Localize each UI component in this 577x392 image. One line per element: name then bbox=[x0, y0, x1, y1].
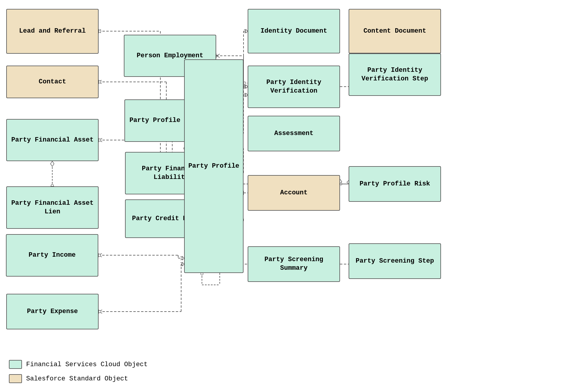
svg-line-14 bbox=[99, 31, 101, 33]
svg-line-50 bbox=[98, 253, 102, 255]
node-party-profile-risk: Party Profile Risk bbox=[349, 166, 441, 202]
node-account: Account bbox=[248, 175, 340, 211]
node-party-identity-verification-step: Party Identity Verification Step bbox=[349, 53, 441, 96]
svg-line-35 bbox=[99, 138, 102, 140]
svg-point-157 bbox=[201, 273, 203, 275]
node-party-financial-asset-lien: Party Financial Asset Lien bbox=[6, 186, 99, 229]
svg-line-124 bbox=[244, 93, 248, 95]
node-content-document: Content Document bbox=[349, 9, 441, 53]
node-party-expense: Party Expense bbox=[6, 294, 99, 329]
legend-color-sfdc bbox=[9, 374, 22, 383]
svg-marker-43 bbox=[50, 161, 54, 166]
svg-line-24 bbox=[99, 80, 102, 82]
node-party-financial-asset: Party Financial Asset bbox=[6, 119, 99, 161]
legend-color-fsc bbox=[9, 360, 22, 369]
svg-line-72 bbox=[216, 54, 220, 56]
node-contact: Contact bbox=[6, 66, 99, 98]
svg-line-119 bbox=[244, 87, 248, 88]
svg-point-56 bbox=[182, 257, 184, 259]
svg-line-25 bbox=[99, 82, 102, 84]
svg-line-54 bbox=[181, 256, 184, 258]
svg-point-63 bbox=[99, 310, 101, 313]
svg-point-120 bbox=[246, 86, 248, 88]
node-party-identity-verification: Party Identity Verification bbox=[248, 66, 340, 108]
node-party-screening-step: Party Screening Step bbox=[349, 243, 441, 279]
svg-line-62 bbox=[99, 312, 102, 313]
svg-point-67 bbox=[182, 263, 184, 265]
svg-line-125 bbox=[244, 95, 248, 97]
legend-label-sfdc: Salesforce Standard Object bbox=[26, 375, 128, 383]
node-party-profile: Party Profile bbox=[184, 59, 244, 273]
svg-line-65 bbox=[181, 262, 184, 264]
svg-line-110 bbox=[244, 31, 248, 33]
svg-point-52 bbox=[98, 254, 101, 256]
svg-line-73 bbox=[216, 56, 220, 58]
node-assessment: Assessment bbox=[248, 116, 340, 151]
svg-line-51 bbox=[98, 255, 102, 257]
node-party-income: Party Income bbox=[6, 234, 98, 277]
svg-line-13 bbox=[99, 29, 101, 31]
legend-item-fsc: Financial Services Cloud Object bbox=[9, 360, 148, 369]
legend: Financial Services Cloud Object Salesfor… bbox=[9, 360, 148, 383]
svg-line-109 bbox=[244, 29, 248, 31]
legend-label-fsc: Financial Services Cloud Object bbox=[26, 361, 148, 368]
svg-line-66 bbox=[181, 264, 184, 266]
svg-line-61 bbox=[99, 310, 102, 312]
svg-point-134 bbox=[340, 183, 342, 185]
svg-point-37 bbox=[99, 139, 101, 141]
svg-line-55 bbox=[181, 258, 184, 260]
node-party-screening-summary: Party Screening Summary bbox=[248, 246, 340, 282]
svg-line-118 bbox=[244, 85, 248, 87]
svg-point-15 bbox=[99, 30, 101, 32]
svg-point-114 bbox=[244, 85, 246, 88]
node-lead-referral: Lead and Referral bbox=[6, 9, 99, 54]
svg-point-26 bbox=[99, 81, 101, 83]
node-identity-document: Identity Document bbox=[248, 9, 340, 53]
svg-point-111 bbox=[246, 30, 248, 32]
diagram-container: Lead and ReferralContactParty Financial … bbox=[0, 0, 577, 371]
svg-line-36 bbox=[99, 140, 102, 142]
svg-point-105 bbox=[244, 82, 246, 84]
legend-item-sfdc: Salesforce Standard Object bbox=[9, 374, 148, 383]
svg-point-126 bbox=[246, 94, 248, 96]
